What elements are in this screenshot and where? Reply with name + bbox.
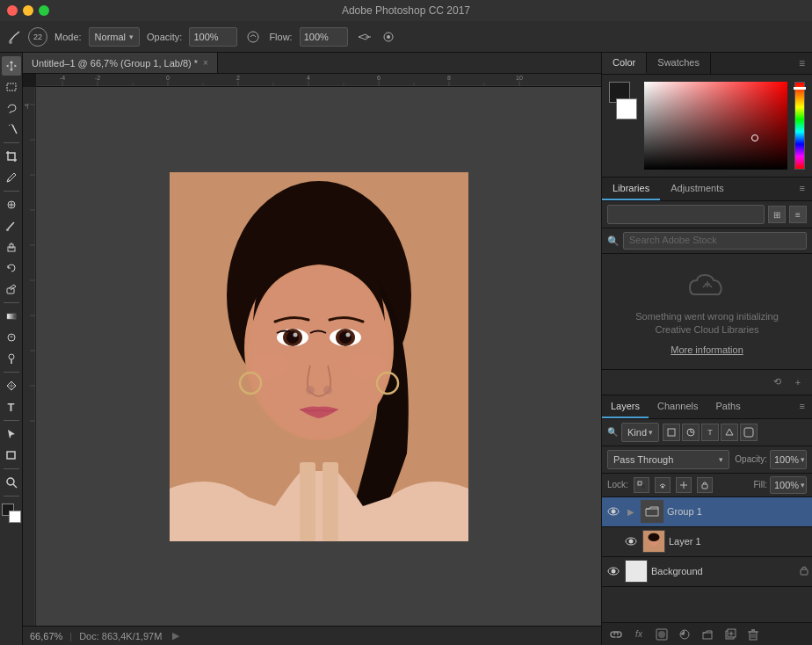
add-mask-btn[interactable] — [653, 626, 671, 643]
more-info-link[interactable]: More information — [671, 344, 743, 355]
opacity-input[interactable]: 100% — [770, 450, 807, 469]
background-swatch[interactable] — [616, 98, 637, 120]
brush-tool[interactable] — [2, 216, 21, 236]
delete-layer-btn[interactable] — [744, 626, 762, 643]
move-tool[interactable] — [2, 56, 21, 76]
dodge-tool[interactable] — [2, 349, 21, 368]
layer-item-group1[interactable]: ▶ Group 1 — [602, 497, 812, 527]
svg-point-92 — [629, 540, 634, 544]
document-tab[interactable]: Untitled–1 @ 66,7% (Group 1, Lab/8) * × — [23, 53, 218, 73]
new-group-btn[interactable] — [699, 626, 716, 643]
layer-visibility-layer1[interactable] — [623, 533, 639, 549]
toolbar-separator-1 — [4, 142, 19, 143]
canvas-viewport[interactable] — [36, 87, 601, 626]
shape-tool[interactable] — [2, 446, 21, 465]
background-color[interactable] — [9, 511, 21, 523]
layers-tab[interactable]: Layers — [602, 395, 649, 418]
maximize-button[interactable] — [39, 5, 49, 16]
airbrush-icon[interactable] — [355, 28, 373, 46]
fg-bg-colors[interactable] — [2, 504, 21, 523]
clone-stamp-tool[interactable] — [2, 237, 21, 257]
opacity-input[interactable]: 100% — [189, 27, 237, 47]
fx-btn[interactable]: fx — [630, 626, 648, 643]
filter-text-btn[interactable]: T — [701, 424, 719, 441]
hue-strip[interactable] — [794, 82, 805, 170]
layer-visibility-bg[interactable] — [605, 563, 621, 579]
filter-adjust-btn[interactable] — [682, 424, 700, 441]
search-input[interactable]: Search Adobe Stock — [623, 232, 807, 250]
minimize-button[interactable] — [23, 5, 33, 16]
mode-dropdown[interactable]: Normal — [89, 27, 140, 47]
color-tab[interactable]: Color — [602, 53, 647, 74]
flow-input[interactable]: 100% — [300, 27, 348, 47]
crop-tool[interactable] — [2, 147, 21, 166]
svg-rect-82 — [744, 428, 753, 437]
lock-transparent-btn[interactable] — [634, 477, 649, 493]
left-ruler-svg: -4 — [23, 87, 36, 626]
group1-expand[interactable]: ▶ — [625, 505, 637, 518]
color-picker-area[interactable] — [602, 75, 812, 177]
opacity-label: Opacity: — [735, 454, 767, 464]
link-layers-btn[interactable] — [607, 626, 625, 643]
group1-name: Group 1 — [667, 506, 808, 517]
svg-text:10: 10 — [516, 75, 523, 81]
lock-transparent-icon — [637, 481, 646, 489]
blur-tool[interactable] — [2, 328, 21, 347]
brush-size-indicator[interactable]: 22 — [28, 27, 47, 47]
filter-pixel-btn[interactable] — [663, 424, 680, 441]
swatches-tab[interactable]: Swatches — [647, 53, 711, 74]
layers-panel-options-btn[interactable]: ≡ — [793, 395, 812, 418]
fill-input[interactable]: 100% — [770, 476, 807, 494]
lib-add-icon[interactable]: + — [789, 373, 807, 391]
eraser-tool[interactable] — [2, 279, 21, 299]
channels-tab[interactable]: Channels — [649, 395, 707, 418]
adjustment-layer-btn[interactable] — [676, 626, 693, 643]
marquee-tool[interactable] — [2, 77, 21, 97]
text-tool[interactable]: T — [2, 397, 21, 417]
lock-position-btn[interactable] — [676, 477, 692, 493]
pen-tool[interactable] — [2, 376, 21, 395]
layers-list[interactable]: ▶ Group 1 — [602, 497, 812, 622]
color-panel-options[interactable]: ≡ — [792, 53, 812, 74]
fg-bg-swatch-area[interactable] — [609, 82, 637, 170]
history-icon — [5, 262, 18, 274]
filter-kind-dropdown[interactable]: Kind — [621, 423, 659, 442]
brush-settings-icon[interactable] — [380, 28, 397, 46]
healing-brush-tool[interactable] — [2, 195, 21, 214]
pressure-opacity-icon[interactable] — [244, 28, 262, 46]
libraries-dropdown[interactable] — [607, 205, 765, 224]
lib-sync-icon[interactable]: ⟲ — [768, 373, 786, 391]
lock-artboard-btn[interactable] — [697, 477, 713, 493]
list-view-btn[interactable]: ≡ — [789, 206, 807, 223]
blend-mode-dropdown[interactable]: Pass Through — [607, 450, 729, 469]
tab-close-button[interactable]: × — [203, 58, 208, 68]
magic-wand-tool[interactable] — [2, 120, 21, 139]
lock-pixels-btn[interactable] — [655, 477, 671, 493]
close-button[interactable] — [7, 5, 18, 16]
svg-rect-15 — [7, 314, 16, 319]
eyedropper-tool[interactable] — [2, 168, 21, 187]
history-brush-tool[interactable] — [2, 258, 21, 278]
gradient-tool[interactable] — [2, 307, 21, 326]
libraries-panel-options[interactable]: ≡ — [793, 178, 812, 200]
zoom-tool[interactable] — [2, 473, 21, 492]
path-selection-tool[interactable] — [2, 424, 21, 444]
filter-smart-btn[interactable] — [740, 424, 758, 441]
canvas-area: Untitled–1 @ 66,7% (Group 1, Lab/8) * × … — [23, 53, 601, 645]
adjustments-tab[interactable]: Adjustments — [660, 178, 735, 200]
status-arrow[interactable]: ▶ — [172, 630, 179, 641]
libraries-tab[interactable]: Libraries — [602, 178, 660, 200]
new-layer-btn[interactable] — [721, 626, 739, 643]
grid-view-btn[interactable]: ⊞ — [768, 206, 786, 223]
layer-item-background[interactable]: Background — [602, 557, 812, 587]
ruler-canvas: -4 -2 0 2 4 6 8 10 — [23, 74, 601, 626]
title-bar: Adobe Photoshop CC 2017 — [0, 0, 812, 21]
paths-tab[interactable]: Paths — [707, 395, 750, 418]
layer-visibility-group1[interactable] — [605, 504, 621, 519]
lock-pixels-icon — [658, 481, 667, 489]
layer-item-layer1[interactable]: Layer 1 — [602, 527, 812, 557]
filter-shape-btn[interactable] — [721, 424, 738, 441]
color-spectrum[interactable] — [644, 82, 787, 170]
lasso-tool[interactable] — [2, 98, 21, 118]
libraries-search[interactable]: 🔍 Search Adobe Stock — [602, 228, 812, 254]
